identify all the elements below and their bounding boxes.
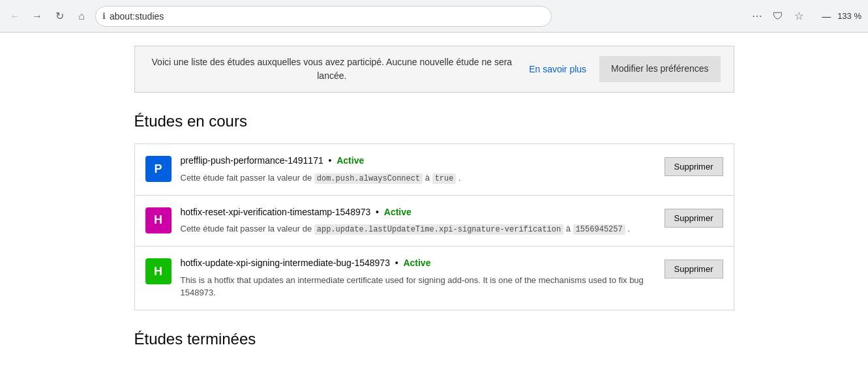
delete-button-prefflip[interactable]: Supprimer: [665, 157, 723, 176]
address-text: about:studies: [110, 11, 164, 22]
browser-chrome: ← → ↻ ⌂ ℹ about:studies ⋯ 🛡 ☆ — 133 %: [0, 0, 868, 33]
completed-studies-title: Études terminées: [134, 330, 734, 348]
study-item: H hotfix-reset-xpi-verification-timestam…: [135, 196, 734, 247]
info-banner: Voici une liste des études auxquelles vo…: [134, 46, 734, 93]
study-desc-prefflip: Cette étude fait passer la valeur de dom…: [181, 172, 655, 185]
zoom-level: 133 %: [837, 11, 861, 21]
minimize-button[interactable]: —: [818, 8, 835, 25]
learn-more-link[interactable]: En savoir plus: [529, 64, 586, 74]
study-item: H hotfix-update-xpi-signing-intermediate…: [135, 247, 734, 310]
delete-button-hotfix-update[interactable]: Supprimer: [665, 260, 723, 278]
forward-button[interactable]: →: [29, 8, 46, 25]
delete-button-hotfix-reset[interactable]: Supprimer: [665, 209, 723, 228]
study-desc-hotfix-update: This is a hotfix that updates an interme…: [181, 274, 655, 299]
bookmark-button[interactable]: ☆: [790, 8, 807, 25]
modify-prefs-button[interactable]: Modifier les préférences: [599, 56, 720, 82]
back-button[interactable]: ←: [7, 8, 23, 25]
security-icon: ℹ: [102, 11, 106, 21]
study-info-hotfix-update: hotfix-update-xpi-signing-intermediate-b…: [181, 257, 655, 299]
active-studies-title: Études en cours: [134, 112, 734, 130]
menu-button[interactable]: ⋯: [749, 8, 766, 25]
study-desc-hotfix-reset: Cette étude fait passer la valeur de app…: [181, 222, 655, 235]
study-icon-hotfix-reset: H: [145, 207, 172, 233]
study-item: P prefflip-push-performance-1491171 • Ac…: [135, 144, 734, 196]
study-status-hotfix-update: Active: [403, 258, 430, 268]
study-icon-prefflip: P: [145, 156, 172, 182]
study-status-prefflip: Active: [337, 155, 364, 166]
pocket-button[interactable]: 🛡: [770, 8, 786, 25]
study-title-hotfix-update: hotfix-update-xpi-signing-intermediate-b…: [181, 257, 655, 270]
page-content: Voici une liste des études auxquelles vo…: [115, 33, 754, 374]
study-status-hotfix-reset: Active: [384, 207, 412, 217]
study-title-hotfix-reset: hotfix-reset-xpi-verification-timestamp-…: [181, 206, 655, 219]
browser-actions: ⋯ 🛡 ☆: [749, 8, 807, 25]
window-controls: — 133 %: [818, 8, 861, 25]
banner-text: Voici une liste des études auxquelles vo…: [148, 55, 516, 83]
study-icon-hotfix-update: H: [145, 258, 172, 284]
home-button[interactable]: ⌂: [73, 8, 90, 25]
study-title-prefflip: prefflip-push-performance-1491171 • Acti…: [181, 155, 655, 168]
study-info-hotfix-reset: hotfix-reset-xpi-verification-timestamp-…: [181, 206, 655, 236]
study-info-prefflip: prefflip-push-performance-1491171 • Acti…: [181, 155, 655, 185]
reload-button[interactable]: ↻: [51, 8, 68, 25]
active-studies-list: P prefflip-push-performance-1491171 • Ac…: [134, 143, 734, 310]
address-bar[interactable]: ℹ about:studies: [95, 6, 552, 27]
